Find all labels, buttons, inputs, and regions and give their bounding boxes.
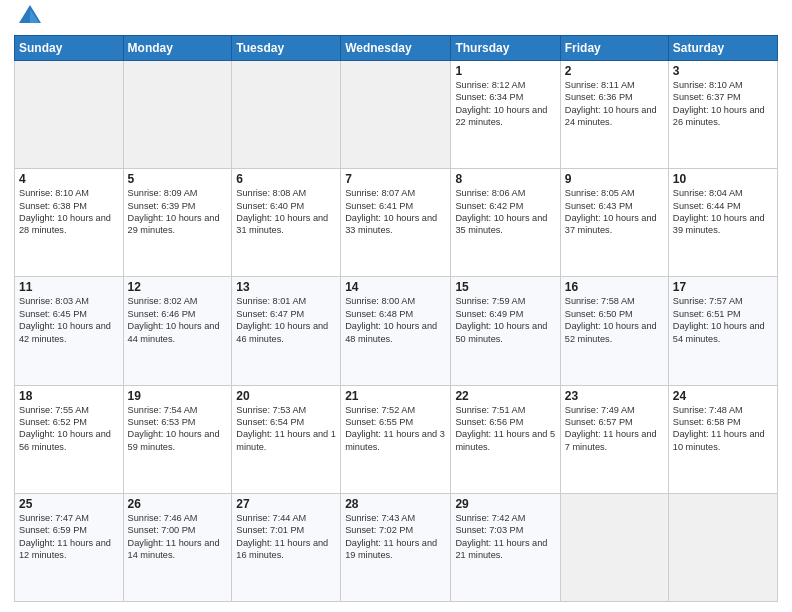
day-info: Sunrise: 8:03 AM Sunset: 6:45 PM Dayligh… [19,295,119,345]
day-number: 25 [19,497,119,511]
calendar-cell [123,61,232,169]
day-info: Sunrise: 7:42 AM Sunset: 7:03 PM Dayligh… [455,512,555,562]
header [14,10,778,31]
weekday-header-sunday: Sunday [15,36,124,61]
day-info: Sunrise: 8:12 AM Sunset: 6:34 PM Dayligh… [455,79,555,129]
weekday-header-friday: Friday [560,36,668,61]
calendar-cell: 10Sunrise: 8:04 AM Sunset: 6:44 PM Dayli… [668,169,777,277]
calendar-cell: 8Sunrise: 8:06 AM Sunset: 6:42 PM Daylig… [451,169,560,277]
day-number: 2 [565,64,664,78]
day-number: 24 [673,389,773,403]
calendar-cell: 6Sunrise: 8:08 AM Sunset: 6:40 PM Daylig… [232,169,341,277]
calendar-header-row: SundayMondayTuesdayWednesdayThursdayFrid… [15,36,778,61]
calendar-week-row: 25Sunrise: 7:47 AM Sunset: 6:59 PM Dayli… [15,493,778,601]
day-info: Sunrise: 8:08 AM Sunset: 6:40 PM Dayligh… [236,187,336,237]
day-number: 28 [345,497,446,511]
logo-area [14,10,43,31]
day-number: 6 [236,172,336,186]
day-number: 22 [455,389,555,403]
weekday-header-monday: Monday [123,36,232,61]
day-info: Sunrise: 8:05 AM Sunset: 6:43 PM Dayligh… [565,187,664,237]
calendar-cell: 5Sunrise: 8:09 AM Sunset: 6:39 PM Daylig… [123,169,232,277]
day-info: Sunrise: 7:53 AM Sunset: 6:54 PM Dayligh… [236,404,336,454]
day-info: Sunrise: 7:58 AM Sunset: 6:50 PM Dayligh… [565,295,664,345]
calendar-cell: 14Sunrise: 8:00 AM Sunset: 6:48 PM Dayli… [341,277,451,385]
calendar-cell: 4Sunrise: 8:10 AM Sunset: 6:38 PM Daylig… [15,169,124,277]
calendar-cell: 24Sunrise: 7:48 AM Sunset: 6:58 PM Dayli… [668,385,777,493]
day-number: 12 [128,280,228,294]
calendar-week-row: 18Sunrise: 7:55 AM Sunset: 6:52 PM Dayli… [15,385,778,493]
day-info: Sunrise: 8:00 AM Sunset: 6:48 PM Dayligh… [345,295,446,345]
day-number: 27 [236,497,336,511]
day-info: Sunrise: 8:09 AM Sunset: 6:39 PM Dayligh… [128,187,228,237]
day-number: 23 [565,389,664,403]
calendar-cell: 7Sunrise: 8:07 AM Sunset: 6:41 PM Daylig… [341,169,451,277]
day-info: Sunrise: 8:11 AM Sunset: 6:36 PM Dayligh… [565,79,664,129]
calendar-cell: 17Sunrise: 7:57 AM Sunset: 6:51 PM Dayli… [668,277,777,385]
day-info: Sunrise: 7:47 AM Sunset: 6:59 PM Dayligh… [19,512,119,562]
day-info: Sunrise: 7:59 AM Sunset: 6:49 PM Dayligh… [455,295,555,345]
day-number: 9 [565,172,664,186]
calendar-cell: 12Sunrise: 8:02 AM Sunset: 6:46 PM Dayli… [123,277,232,385]
calendar-cell: 18Sunrise: 7:55 AM Sunset: 6:52 PM Dayli… [15,385,124,493]
calendar-cell: 21Sunrise: 7:52 AM Sunset: 6:55 PM Dayli… [341,385,451,493]
day-info: Sunrise: 7:52 AM Sunset: 6:55 PM Dayligh… [345,404,446,454]
weekday-header-wednesday: Wednesday [341,36,451,61]
day-info: Sunrise: 7:43 AM Sunset: 7:02 PM Dayligh… [345,512,446,562]
calendar-table: SundayMondayTuesdayWednesdayThursdayFrid… [14,35,778,602]
calendar-cell [15,61,124,169]
calendar-cell: 26Sunrise: 7:46 AM Sunset: 7:00 PM Dayli… [123,493,232,601]
day-number: 29 [455,497,555,511]
calendar-cell [232,61,341,169]
day-number: 1 [455,64,555,78]
day-number: 5 [128,172,228,186]
day-info: Sunrise: 7:49 AM Sunset: 6:57 PM Dayligh… [565,404,664,454]
day-number: 19 [128,389,228,403]
day-number: 26 [128,497,228,511]
day-info: Sunrise: 8:01 AM Sunset: 6:47 PM Dayligh… [236,295,336,345]
day-number: 4 [19,172,119,186]
day-info: Sunrise: 8:04 AM Sunset: 6:44 PM Dayligh… [673,187,773,237]
day-number: 17 [673,280,773,294]
day-number: 10 [673,172,773,186]
day-info: Sunrise: 7:46 AM Sunset: 7:00 PM Dayligh… [128,512,228,562]
calendar-cell: 9Sunrise: 8:05 AM Sunset: 6:43 PM Daylig… [560,169,668,277]
day-info: Sunrise: 7:48 AM Sunset: 6:58 PM Dayligh… [673,404,773,454]
calendar-cell [668,493,777,601]
day-number: 3 [673,64,773,78]
day-info: Sunrise: 8:10 AM Sunset: 6:37 PM Dayligh… [673,79,773,129]
day-info: Sunrise: 8:02 AM Sunset: 6:46 PM Dayligh… [128,295,228,345]
calendar-cell [560,493,668,601]
calendar-cell: 13Sunrise: 8:01 AM Sunset: 6:47 PM Dayli… [232,277,341,385]
logo [14,10,43,31]
day-number: 21 [345,389,446,403]
weekday-header-thursday: Thursday [451,36,560,61]
calendar-cell: 25Sunrise: 7:47 AM Sunset: 6:59 PM Dayli… [15,493,124,601]
calendar-cell: 15Sunrise: 7:59 AM Sunset: 6:49 PM Dayli… [451,277,560,385]
day-number: 11 [19,280,119,294]
calendar-cell: 3Sunrise: 8:10 AM Sunset: 6:37 PM Daylig… [668,61,777,169]
weekday-header-tuesday: Tuesday [232,36,341,61]
calendar-cell: 2Sunrise: 8:11 AM Sunset: 6:36 PM Daylig… [560,61,668,169]
day-number: 8 [455,172,555,186]
calendar-cell: 20Sunrise: 7:53 AM Sunset: 6:54 PM Dayli… [232,385,341,493]
calendar-page: SundayMondayTuesdayWednesdayThursdayFrid… [0,0,792,612]
calendar-cell: 1Sunrise: 8:12 AM Sunset: 6:34 PM Daylig… [451,61,560,169]
day-number: 14 [345,280,446,294]
day-info: Sunrise: 8:07 AM Sunset: 6:41 PM Dayligh… [345,187,446,237]
day-number: 7 [345,172,446,186]
day-info: Sunrise: 7:55 AM Sunset: 6:52 PM Dayligh… [19,404,119,454]
logo-icon [17,3,43,29]
calendar-cell: 28Sunrise: 7:43 AM Sunset: 7:02 PM Dayli… [341,493,451,601]
day-number: 16 [565,280,664,294]
day-number: 18 [19,389,119,403]
day-number: 20 [236,389,336,403]
calendar-cell: 16Sunrise: 7:58 AM Sunset: 6:50 PM Dayli… [560,277,668,385]
day-info: Sunrise: 8:10 AM Sunset: 6:38 PM Dayligh… [19,187,119,237]
calendar-cell: 11Sunrise: 8:03 AM Sunset: 6:45 PM Dayli… [15,277,124,385]
day-info: Sunrise: 7:54 AM Sunset: 6:53 PM Dayligh… [128,404,228,454]
calendar-week-row: 4Sunrise: 8:10 AM Sunset: 6:38 PM Daylig… [15,169,778,277]
calendar-week-row: 11Sunrise: 8:03 AM Sunset: 6:45 PM Dayli… [15,277,778,385]
weekday-header-saturday: Saturday [668,36,777,61]
calendar-cell: 19Sunrise: 7:54 AM Sunset: 6:53 PM Dayli… [123,385,232,493]
